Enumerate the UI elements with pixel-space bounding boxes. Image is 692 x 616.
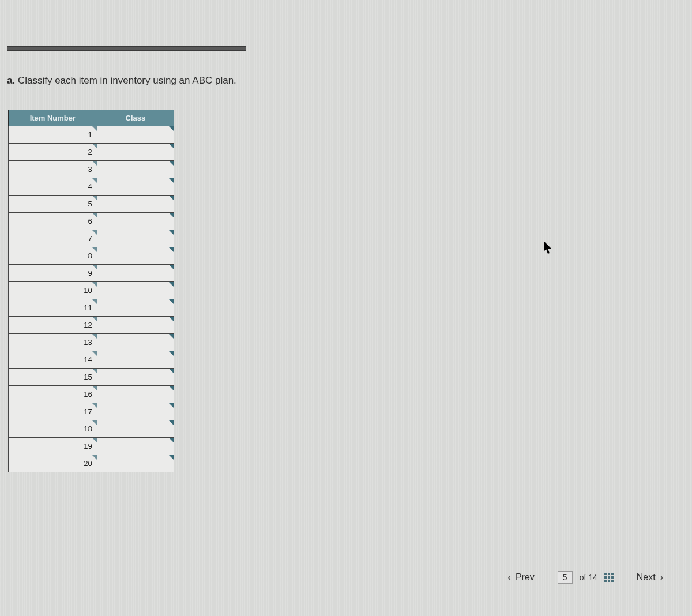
item-number-cell: 5 (9, 196, 97, 213)
table-row: 13 (9, 334, 174, 351)
item-number-cell: 7 (9, 230, 97, 247)
class-dropdown-cell[interactable] (97, 369, 174, 386)
class-dropdown-cell[interactable] (97, 213, 174, 230)
table-row: 3 (9, 161, 174, 178)
next-label: Next (637, 572, 656, 583)
class-dropdown-cell[interactable] (97, 196, 174, 213)
class-dropdown-cell[interactable] (97, 144, 174, 161)
top-divider (7, 46, 246, 51)
table-row: 1 (9, 126, 174, 144)
class-dropdown-cell[interactable] (97, 317, 174, 334)
class-dropdown-cell[interactable] (97, 282, 174, 299)
table-row: 10 (9, 282, 174, 299)
table-row: 19 (9, 438, 174, 455)
item-number-cell: 6 (9, 213, 97, 230)
next-button[interactable]: Next › (637, 572, 663, 583)
item-number-cell: 1 (9, 126, 97, 144)
page-of: of 14 (580, 573, 597, 582)
table-row: 11 (9, 299, 174, 317)
table-row: 5 (9, 196, 174, 213)
class-dropdown-cell[interactable] (97, 334, 174, 351)
class-dropdown-cell[interactable] (97, 247, 174, 265)
item-number-cell: 13 (9, 334, 97, 351)
table-row: 15 (9, 369, 174, 386)
page-current: 5 (558, 571, 573, 584)
class-dropdown-cell[interactable] (97, 386, 174, 403)
class-dropdown-cell[interactable] (97, 178, 174, 196)
class-dropdown-cell[interactable] (97, 403, 174, 420)
item-number-cell: 16 (9, 386, 97, 403)
item-number-cell: 14 (9, 351, 97, 369)
item-number-cell: 2 (9, 144, 97, 161)
class-dropdown-cell[interactable] (97, 265, 174, 282)
header-class: Class (97, 110, 174, 126)
item-number-cell: 9 (9, 265, 97, 282)
item-number-cell: 19 (9, 438, 97, 455)
class-dropdown-cell[interactable] (97, 299, 174, 317)
prev-button[interactable]: ‹ Prev (508, 572, 535, 583)
header-item-number: Item Number (9, 110, 97, 126)
table-row: 17 (9, 403, 174, 420)
item-number-cell: 3 (9, 161, 97, 178)
abc-table: Item Number Class 1234567891011121314151… (8, 110, 174, 472)
prev-label: Prev (516, 572, 535, 583)
class-dropdown-cell[interactable] (97, 420, 174, 438)
table-row: 4 (9, 178, 174, 196)
cursor-icon (543, 241, 554, 255)
table-row: 18 (9, 420, 174, 438)
class-dropdown-cell[interactable] (97, 230, 174, 247)
abc-table-wrap: Item Number Class 1234567891011121314151… (8, 110, 174, 472)
class-dropdown-cell[interactable] (97, 455, 174, 472)
table-row: 8 (9, 247, 174, 265)
question-text: a. Classify each item in inventory using… (7, 75, 692, 87)
table-row: 2 (9, 144, 174, 161)
item-number-cell: 18 (9, 420, 97, 438)
class-dropdown-cell[interactable] (97, 126, 174, 144)
chevron-right-icon: › (660, 572, 663, 583)
table-row: 20 (9, 455, 174, 472)
class-dropdown-cell[interactable] (97, 438, 174, 455)
top-divider-area (0, 0, 692, 51)
chevron-left-icon: ‹ (508, 572, 511, 583)
table-row: 7 (9, 230, 174, 247)
table-row: 6 (9, 213, 174, 230)
footer-nav: ‹ Prev 5 of 14 Next › (508, 571, 663, 584)
question-label: a. (7, 75, 15, 86)
table-row: 12 (9, 317, 174, 334)
item-number-cell: 20 (9, 455, 97, 472)
table-row: 14 (9, 351, 174, 369)
item-number-cell: 12 (9, 317, 97, 334)
grid-icon[interactable] (604, 573, 614, 582)
table-row: 16 (9, 386, 174, 403)
item-number-cell: 15 (9, 369, 97, 386)
item-number-cell: 4 (9, 178, 97, 196)
item-number-cell: 10 (9, 282, 97, 299)
item-number-cell: 17 (9, 403, 97, 420)
item-number-cell: 11 (9, 299, 97, 317)
class-dropdown-cell[interactable] (97, 161, 174, 178)
page-indicator: 5 of 14 (558, 571, 614, 584)
table-row: 9 (9, 265, 174, 282)
item-number-cell: 8 (9, 247, 97, 265)
question-body: Classify each item in inventory using an… (18, 75, 236, 86)
class-dropdown-cell[interactable] (97, 351, 174, 369)
